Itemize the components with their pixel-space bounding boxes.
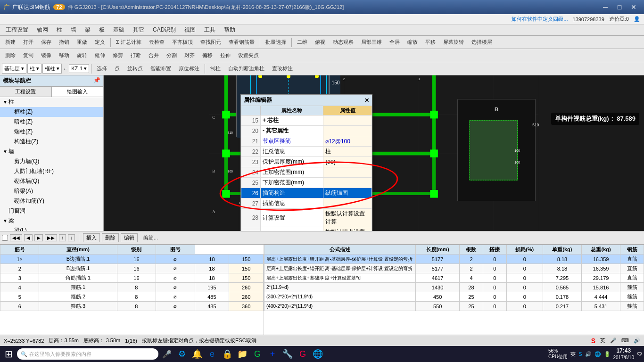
notification-icon[interactable]: 🗨 bbox=[637, 351, 642, 357]
sidebar-item-剪力墙Q[interactable]: 剪力墙(Q) bbox=[0, 156, 103, 166]
nav-btn-3[interactable]: ▶▶ bbox=[45, 234, 57, 241]
toolbar2-btn-10[interactable]: 对齐 bbox=[181, 50, 198, 60]
toolbar2-btn-2[interactable]: 镜像 bbox=[38, 50, 55, 60]
rebar-row-5[interactable]: 6箍筋.38⌀485360 bbox=[0, 302, 264, 311]
rebar-row-right-4[interactable]: (300-2*20)+2*(11.9*d)45025000.1784.444箍筋 bbox=[264, 292, 644, 302]
action-btn-1[interactable]: 删除 bbox=[102, 233, 119, 242]
nav-btn-2[interactable]: ▶ bbox=[34, 234, 43, 241]
rebar-row-right-1[interactable]: 层高+上层露出长度+错开距 离-基础层厚-保护层+计算设 置设定的弯折51772… bbox=[264, 264, 644, 273]
menubar-item-工具[interactable]: 工具 bbox=[200, 25, 219, 35]
toolbar3-right-btn-1[interactable]: 自动判断边角柱 bbox=[225, 64, 268, 74]
prop-row-24[interactable]: 24上加密范围(mm) bbox=[241, 167, 372, 178]
rebar-row-right-3[interactable]: 2*(11.9+d)143028000.56515.816箍筋 bbox=[264, 283, 644, 292]
menubar-item-基础[interactable]: 基础 bbox=[109, 25, 128, 35]
toolbar1-btn-0[interactable]: 新建 bbox=[2, 37, 19, 47]
canvas-area[interactable]: C B A 1 2 3 bbox=[104, 75, 644, 231]
toolbar1-btn-17[interactable]: 缩放 bbox=[404, 37, 421, 47]
sidebar-item-砌体加筋Y[interactable]: 砌体加筋(Y) bbox=[0, 196, 103, 206]
toolbar1-btn-1[interactable]: 打开 bbox=[20, 37, 37, 47]
action-btn-0[interactable]: 插入 bbox=[83, 233, 100, 242]
bottom-checkbox[interactable] bbox=[2, 235, 8, 241]
col-name-dropdown[interactable]: KZ-1 ▾ bbox=[69, 64, 89, 73]
menubar-item-工程设置[interactable]: 工程设置 bbox=[2, 25, 32, 35]
rebar-row-1[interactable]: 2B边插筋.116⌀18150 bbox=[0, 264, 264, 273]
app-icon-5[interactable]: 📁 bbox=[236, 347, 249, 361]
prop-row-15[interactable]: 15+ 芯柱 bbox=[241, 115, 372, 126]
prop-row-27[interactable]: 27插筋信息 bbox=[241, 198, 372, 209]
level-dropdown[interactable]: 基础层 ▾ bbox=[2, 64, 26, 74]
rebar-row-0[interactable]: 1×B边插筋.116⌀18150 bbox=[0, 255, 264, 264]
sidebar-item-人防门框墙RF[interactable]: 人防门框墙(RF) bbox=[0, 166, 103, 176]
prop-row-22[interactable]: 22汇总信息柱 bbox=[241, 147, 372, 157]
prop-row-21[interactable]: 21节点区箍筋⌀12@100 bbox=[241, 136, 372, 147]
prop-row-28[interactable]: 28计算设置按默认计算设置计算 bbox=[241, 209, 372, 227]
nav-btn-4[interactable]: ↑ bbox=[59, 234, 66, 241]
toolbar2-btn-0[interactable]: 删除 bbox=[2, 50, 19, 60]
toolbar1-btn-19[interactable]: 屏幕旋转 bbox=[440, 37, 467, 47]
app-icon-2[interactable]: 🔔 bbox=[190, 347, 204, 361]
app-icon-6[interactable]: G bbox=[251, 347, 264, 361]
nav-btn-5[interactable]: ↓ bbox=[68, 234, 75, 241]
toolbar2-btn-11[interactable]: 偏移 bbox=[199, 50, 216, 60]
menubar-item-柱[interactable]: 柱 bbox=[53, 25, 66, 35]
sidebar-item-框柱Z[interactable]: 框柱(Z) bbox=[0, 107, 103, 117]
toolbar3-btn-3[interactable]: 智能布置 bbox=[147, 64, 174, 74]
nav-btn-0[interactable]: ◀◀ bbox=[10, 234, 22, 241]
toolbar1-btn-16[interactable]: 全屏 bbox=[386, 37, 403, 47]
prop-row-20[interactable]: 20- 其它属性 bbox=[241, 126, 372, 136]
toolbar3-btn-0[interactable]: 选择 bbox=[93, 64, 110, 74]
toolbar1-btn-8[interactable]: 平齐板顶 bbox=[169, 37, 196, 47]
toolbar3-btn-1[interactable]: 点 bbox=[111, 64, 123, 74]
rebar-row-right-0[interactable]: 层高+上层露出长度+错开距 离-基础层厚-保护层+计算设 置设定的弯折51772… bbox=[264, 255, 644, 264]
sidebar-item-梁L[interactable]: 梁(L) bbox=[0, 226, 103, 231]
menubar-item-帮助[interactable]: 帮助 bbox=[220, 25, 239, 35]
toolbar3-btn-2[interactable]: 旋转点 bbox=[124, 64, 146, 74]
sidebar-item-砌体墙Q[interactable]: 砌体墙(Q) bbox=[0, 176, 103, 186]
app-icon-8[interactable]: 🔧 bbox=[281, 347, 294, 361]
sidebar-item-门窗洞[interactable]: 门窗洞 bbox=[0, 206, 103, 216]
toolbar1-btn-13[interactable]: 俯视 bbox=[312, 37, 329, 47]
toolbar1-btn-20[interactable]: 选择楼层 bbox=[468, 37, 495, 47]
menubar-item-墙[interactable]: 墙 bbox=[67, 25, 80, 35]
toolbar2-btn-3[interactable]: 移动 bbox=[56, 50, 73, 60]
close-button[interactable]: ✕ bbox=[627, 2, 640, 12]
prop-row-25[interactable]: 25下加密范围(mm) bbox=[241, 178, 372, 188]
toolbar1-btn-6[interactable]: Σ 汇总计算 bbox=[113, 37, 145, 47]
app-icon-3[interactable]: e bbox=[206, 347, 219, 361]
sidebar-item-梁[interactable]: ▼梁 bbox=[0, 216, 103, 226]
toolbar2-btn-8[interactable]: 合并 bbox=[145, 50, 162, 60]
app-icon-7[interactable]: + bbox=[266, 347, 279, 361]
toolbar2-btn-6[interactable]: 修剪 bbox=[109, 50, 126, 60]
app-icon-10[interactable]: 🌐 bbox=[311, 347, 324, 361]
toolbar2-btn-12[interactable]: 拉伸 bbox=[217, 50, 234, 60]
sidebar-item-构造柱Z[interactable]: 构造柱(Z) bbox=[0, 137, 103, 147]
prop-row-23[interactable]: 23保护层厚度(mm)(20) bbox=[241, 157, 372, 167]
toolbar2-btn-5[interactable]: 延伸 bbox=[91, 50, 108, 60]
toolbar1-btn-2[interactable]: 保存 bbox=[38, 37, 55, 47]
prop-row-29[interactable]: 29节点设置按默认节点设置计算 bbox=[241, 227, 372, 231]
property-panel-close-icon[interactable]: ✕ bbox=[364, 97, 369, 104]
rebar-row-3[interactable]: 4箍筋.18⌀195260 bbox=[0, 283, 264, 292]
toolbar1-btn-18[interactable]: 平移 bbox=[422, 37, 439, 47]
toolbar1-btn-14[interactable]: 动态观察 bbox=[330, 37, 357, 47]
tab-project-settings[interactable]: 工程设置 bbox=[0, 87, 52, 97]
rebar-row-right-2[interactable]: 层高+上层露出长度+基础厚 度+计算设置基*d46174007.29529.17… bbox=[264, 273, 644, 283]
minimize-button[interactable]: ─ bbox=[599, 2, 612, 12]
toolbar2-btn-9[interactable]: 分割 bbox=[163, 50, 180, 60]
toolbar3-right-btn-0[interactable]: 制柱 bbox=[207, 64, 224, 74]
toolbar2-btn-7[interactable]: 打断 bbox=[127, 50, 144, 60]
toolbar1-btn-4[interactable]: 重做 bbox=[74, 37, 91, 47]
toolbar1-btn-5[interactable]: 定义 bbox=[91, 37, 108, 47]
rebar-row-2[interactable]: 3角筋插筋.116⌀18150 bbox=[0, 273, 264, 283]
toolbar1-btn-12[interactable]: 二维 bbox=[294, 37, 311, 47]
toolbar1-btn-11[interactable]: 批量选择 bbox=[262, 37, 289, 47]
column-type-dropdown[interactable]: 柱 ▾ bbox=[27, 64, 41, 74]
app-icon-9[interactable]: G bbox=[296, 347, 309, 361]
nav-btn-1[interactable]: ◀ bbox=[24, 234, 33, 241]
tab-drawing-input[interactable]: 绘图输入 bbox=[52, 87, 104, 97]
action-btn-2[interactable]: 编辑 bbox=[121, 233, 138, 242]
menubar-item-视图[interactable]: 视图 bbox=[181, 25, 199, 35]
prop-row-26[interactable]: 26插筋构造纵筋锚固 bbox=[241, 188, 372, 198]
rebar-row-right-5[interactable]: (400-2*20)+2*(11.9*d)55025000.2175.431箍筋 bbox=[264, 302, 644, 311]
start-button[interactable]: ⊞ bbox=[2, 347, 15, 361]
